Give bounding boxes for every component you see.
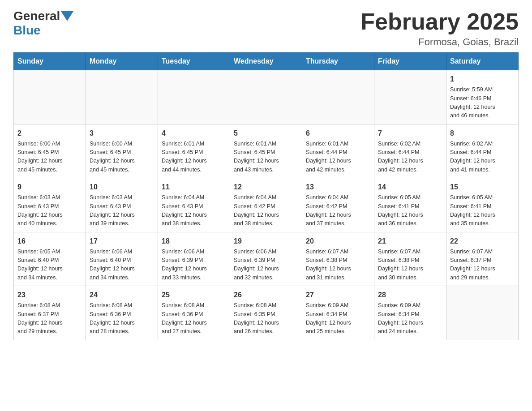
- day-number: 16: [17, 236, 82, 247]
- day-number: 15: [450, 182, 515, 193]
- calendar-cell: 5Sunrise: 6:01 AM Sunset: 6:45 PM Daylig…: [230, 124, 302, 178]
- day-number: 28: [378, 290, 442, 300]
- day-number: 17: [90, 236, 154, 247]
- calendar-cell: [86, 70, 158, 124]
- title-block: February 2025 Formosa, Goias, Brazil: [360, 9, 519, 48]
- weekday-header-friday: Friday: [374, 53, 446, 70]
- day-info: Sunrise: 6:08 AM Sunset: 6:36 PM Dayligh…: [90, 301, 154, 336]
- day-info: Sunrise: 6:06 AM Sunset: 6:39 PM Dayligh…: [234, 248, 298, 283]
- day-info: Sunrise: 6:09 AM Sunset: 6:34 PM Dayligh…: [306, 301, 370, 336]
- day-info: Sunrise: 6:01 AM Sunset: 6:45 PM Dayligh…: [162, 140, 226, 175]
- day-number: 22: [450, 236, 515, 247]
- day-info: Sunrise: 6:08 AM Sunset: 6:36 PM Dayligh…: [162, 301, 226, 336]
- calendar-week-row: 16Sunrise: 6:05 AM Sunset: 6:40 PM Dayli…: [14, 232, 519, 286]
- day-info: Sunrise: 6:07 AM Sunset: 6:37 PM Dayligh…: [450, 248, 515, 283]
- location-text: Formosa, Goias, Brazil: [360, 36, 519, 48]
- calendar-cell: [14, 70, 86, 124]
- page-header: General Blue February 2025 Formosa, Goia…: [13, 9, 519, 48]
- weekday-header-sunday: Sunday: [14, 53, 86, 70]
- calendar-cell: 28Sunrise: 6:09 AM Sunset: 6:34 PM Dayli…: [374, 286, 446, 340]
- logo-blue-text: Blue: [13, 23, 41, 38]
- calendar-cell: 1Sunrise: 5:59 AM Sunset: 6:46 PM Daylig…: [446, 70, 519, 124]
- day-number: 8: [450, 128, 515, 139]
- day-number: 13: [306, 182, 370, 193]
- day-number: 3: [90, 128, 154, 139]
- day-info: Sunrise: 6:04 AM Sunset: 6:42 PM Dayligh…: [234, 193, 298, 228]
- calendar-cell: 10Sunrise: 6:03 AM Sunset: 6:43 PM Dayli…: [86, 178, 158, 232]
- day-number: 24: [90, 290, 154, 300]
- calendar-cell: 23Sunrise: 6:08 AM Sunset: 6:37 PM Dayli…: [14, 286, 86, 340]
- calendar-cell: 15Sunrise: 6:05 AM Sunset: 6:41 PM Dayli…: [446, 178, 519, 232]
- day-number: 23: [17, 290, 82, 300]
- day-number: 5: [234, 128, 298, 139]
- day-number: 7: [378, 128, 442, 139]
- calendar-cell: 2Sunrise: 6:00 AM Sunset: 6:45 PM Daylig…: [14, 124, 86, 178]
- day-info: Sunrise: 6:01 AM Sunset: 6:44 PM Dayligh…: [306, 140, 370, 175]
- day-number: 14: [378, 182, 442, 193]
- calendar-cell: 6Sunrise: 6:01 AM Sunset: 6:44 PM Daylig…: [302, 124, 374, 178]
- calendar-cell: [230, 70, 302, 124]
- calendar-cell: [302, 70, 374, 124]
- calendar-cell: 18Sunrise: 6:06 AM Sunset: 6:39 PM Dayli…: [158, 232, 230, 286]
- day-info: Sunrise: 6:04 AM Sunset: 6:43 PM Dayligh…: [162, 193, 226, 228]
- calendar-week-row: 1Sunrise: 5:59 AM Sunset: 6:46 PM Daylig…: [14, 70, 519, 124]
- logo: General Blue: [13, 9, 74, 38]
- calendar-cell: 7Sunrise: 6:02 AM Sunset: 6:44 PM Daylig…: [374, 124, 446, 178]
- day-info: Sunrise: 6:05 AM Sunset: 6:41 PM Dayligh…: [378, 193, 442, 228]
- day-info: Sunrise: 6:00 AM Sunset: 6:45 PM Dayligh…: [90, 140, 154, 175]
- weekday-header-thursday: Thursday: [302, 53, 374, 70]
- calendar-cell: [446, 286, 519, 340]
- calendar-cell: 19Sunrise: 6:06 AM Sunset: 6:39 PM Dayli…: [230, 232, 302, 286]
- day-info: Sunrise: 6:01 AM Sunset: 6:45 PM Dayligh…: [234, 140, 298, 175]
- weekday-header-saturday: Saturday: [446, 53, 519, 70]
- calendar-week-row: 23Sunrise: 6:08 AM Sunset: 6:37 PM Dayli…: [14, 286, 519, 340]
- day-info: Sunrise: 6:06 AM Sunset: 6:40 PM Dayligh…: [90, 248, 154, 283]
- calendar-cell: 16Sunrise: 6:05 AM Sunset: 6:40 PM Dayli…: [14, 232, 86, 286]
- day-number: 12: [234, 182, 298, 193]
- day-info: Sunrise: 6:05 AM Sunset: 6:40 PM Dayligh…: [17, 248, 82, 283]
- day-number: 2: [17, 128, 82, 139]
- logo-general-text: General: [13, 9, 60, 23]
- day-info: Sunrise: 6:08 AM Sunset: 6:37 PM Dayligh…: [17, 301, 82, 336]
- day-info: Sunrise: 5:59 AM Sunset: 6:46 PM Dayligh…: [450, 86, 515, 120]
- weekday-header-tuesday: Tuesday: [158, 53, 230, 70]
- day-number: 26: [234, 290, 298, 300]
- calendar-cell: 12Sunrise: 6:04 AM Sunset: 6:42 PM Dayli…: [230, 178, 302, 232]
- calendar-cell: 27Sunrise: 6:09 AM Sunset: 6:34 PM Dayli…: [302, 286, 374, 340]
- calendar-cell: 3Sunrise: 6:00 AM Sunset: 6:45 PM Daylig…: [86, 124, 158, 178]
- day-info: Sunrise: 6:07 AM Sunset: 6:38 PM Dayligh…: [306, 248, 370, 283]
- day-number: 21: [378, 236, 442, 247]
- day-info: Sunrise: 6:00 AM Sunset: 6:45 PM Dayligh…: [17, 140, 82, 175]
- calendar-cell: 20Sunrise: 6:07 AM Sunset: 6:38 PM Dayli…: [302, 232, 374, 286]
- day-info: Sunrise: 6:02 AM Sunset: 6:44 PM Dayligh…: [450, 140, 515, 175]
- calendar-cell: 4Sunrise: 6:01 AM Sunset: 6:45 PM Daylig…: [158, 124, 230, 178]
- day-number: 19: [234, 236, 298, 247]
- day-info: Sunrise: 6:02 AM Sunset: 6:44 PM Dayligh…: [378, 140, 442, 175]
- day-info: Sunrise: 6:05 AM Sunset: 6:41 PM Dayligh…: [450, 193, 515, 228]
- day-info: Sunrise: 6:07 AM Sunset: 6:38 PM Dayligh…: [378, 248, 442, 283]
- day-number: 1: [450, 74, 515, 85]
- day-number: 4: [162, 128, 226, 139]
- logo-triangle-icon: [61, 11, 73, 21]
- day-info: Sunrise: 6:03 AM Sunset: 6:43 PM Dayligh…: [17, 193, 82, 228]
- day-info: Sunrise: 6:06 AM Sunset: 6:39 PM Dayligh…: [162, 248, 226, 283]
- day-info: Sunrise: 6:08 AM Sunset: 6:35 PM Dayligh…: [234, 301, 298, 336]
- calendar-cell: 9Sunrise: 6:03 AM Sunset: 6:43 PM Daylig…: [14, 178, 86, 232]
- calendar-cell: 21Sunrise: 6:07 AM Sunset: 6:38 PM Dayli…: [374, 232, 446, 286]
- calendar-cell: 11Sunrise: 6:04 AM Sunset: 6:43 PM Dayli…: [158, 178, 230, 232]
- day-info: Sunrise: 6:03 AM Sunset: 6:43 PM Dayligh…: [90, 193, 154, 228]
- day-info: Sunrise: 6:04 AM Sunset: 6:42 PM Dayligh…: [306, 193, 370, 228]
- calendar-table: SundayMondayTuesdayWednesdayThursdayFrid…: [13, 52, 519, 340]
- calendar-cell: [158, 70, 230, 124]
- weekday-header-monday: Monday: [86, 53, 158, 70]
- weekday-header-row: SundayMondayTuesdayWednesdayThursdayFrid…: [14, 53, 519, 70]
- calendar-cell: 14Sunrise: 6:05 AM Sunset: 6:41 PM Dayli…: [374, 178, 446, 232]
- calendar-cell: 22Sunrise: 6:07 AM Sunset: 6:37 PM Dayli…: [446, 232, 519, 286]
- calendar-cell: 24Sunrise: 6:08 AM Sunset: 6:36 PM Dayli…: [86, 286, 158, 340]
- weekday-header-wednesday: Wednesday: [230, 53, 302, 70]
- day-number: 25: [162, 290, 226, 300]
- day-info: Sunrise: 6:09 AM Sunset: 6:34 PM Dayligh…: [378, 301, 442, 336]
- calendar-cell: [374, 70, 446, 124]
- day-number: 10: [90, 182, 154, 193]
- calendar-cell: 17Sunrise: 6:06 AM Sunset: 6:40 PM Dayli…: [86, 232, 158, 286]
